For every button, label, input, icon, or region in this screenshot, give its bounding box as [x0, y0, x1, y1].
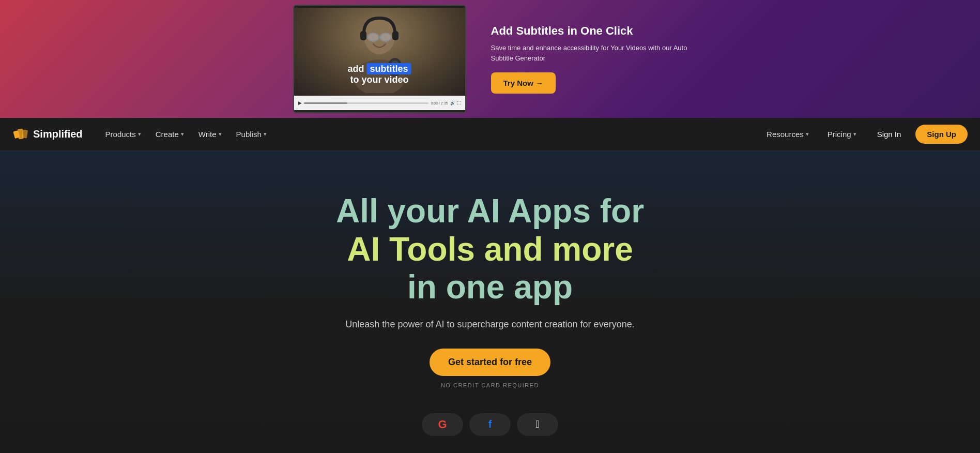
nav-pricing[interactable]: Pricing ▾ — [821, 126, 863, 143]
simplified-logo-svg — [13, 127, 28, 142]
video-preview: add subtitles to your video — [294, 8, 465, 96]
logo-icon — [12, 126, 29, 143]
hero-subtitle: Unleash the power of AI to supercharge c… — [345, 319, 634, 330]
hero-title-line3: in one app — [336, 268, 644, 307]
play-icon: ▶ — [298, 100, 302, 105]
resources-label: Resources — [767, 130, 804, 139]
nav-publish[interactable]: Publish ▾ — [230, 126, 273, 143]
try-now-button[interactable]: Try Now → — [491, 72, 556, 94]
no-credit-label: NO CREDIT CARD REQUIRED — [441, 382, 539, 388]
create-label: Create — [156, 130, 179, 139]
volume-icon: 🔊 — [450, 101, 455, 105]
banner-content: Add Subtitles in One Click Save time and… — [491, 24, 687, 94]
sign-up-button[interactable]: Sign Up — [915, 125, 968, 144]
get-started-button[interactable]: Get started for free — [430, 349, 550, 376]
fullscreen-icon: ⛶ — [457, 101, 461, 105]
video-controls-bar: ▶ 0:00 / 2:35 🔊 ⛶ — [294, 96, 465, 110]
apple-logo-pill:  — [517, 413, 558, 436]
google-icon: G — [438, 418, 447, 431]
nav-resources[interactable]: Resources ▾ — [760, 126, 815, 143]
logo-link[interactable]: Simplified — [12, 126, 83, 143]
nav-create[interactable]: Create ▾ — [149, 126, 190, 143]
facebook-icon: f — [488, 418, 492, 430]
products-chevron-icon: ▾ — [138, 131, 141, 138]
video-thumbnail: add subtitles to your video ▶ 0:00 / 2:3… — [293, 5, 466, 113]
write-label: Write — [198, 130, 217, 139]
svg-rect-2 — [392, 31, 399, 40]
progress-fill — [304, 102, 348, 104]
google-logo-pill: G — [422, 413, 463, 436]
resources-chevron-icon: ▾ — [806, 131, 809, 138]
nav-products[interactable]: Products ▾ — [99, 126, 147, 143]
sign-in-button[interactable]: Sign In — [869, 126, 910, 143]
hero-social-logos: G f  — [422, 413, 558, 436]
progress-bar — [304, 102, 429, 104]
hero-title-line1: All your AI Apps for — [336, 192, 644, 231]
pricing-label: Pricing — [828, 130, 851, 139]
main-navbar: Simplified Products ▾ Create ▾ Write ▾ P… — [0, 118, 980, 151]
svg-point-4 — [380, 33, 391, 41]
hero-section: All your AI Apps for AI Tools and more i… — [0, 151, 980, 453]
products-label: Products — [105, 130, 136, 139]
facebook-logo-pill: f — [469, 413, 511, 436]
logo-text: Simplified — [33, 128, 83, 140]
video-text-line1: add subtitles — [347, 64, 411, 74]
write-chevron-icon: ▾ — [219, 131, 222, 138]
nav-right: Resources ▾ Pricing ▾ Sign In Sign Up — [760, 125, 968, 144]
hero-title: All your AI Apps for AI Tools and more i… — [336, 192, 644, 307]
publish-chevron-icon: ▾ — [264, 131, 267, 138]
nav-write[interactable]: Write ▾ — [192, 126, 228, 143]
video-control-icons: 🔊 ⛶ — [450, 101, 461, 105]
video-text-line2: to your video — [347, 74, 411, 85]
video-text-overlay: add subtitles to your video — [347, 64, 411, 85]
svg-rect-1 — [360, 31, 366, 40]
apple-icon:  — [535, 418, 539, 430]
svg-point-3 — [368, 33, 379, 41]
hero-title-line2: AI Tools and more — [336, 231, 644, 269]
promotional-banner: add subtitles to your video ▶ 0:00 / 2:3… — [0, 0, 980, 118]
banner-title: Add Subtitles in One Click — [491, 24, 687, 38]
video-subtitle-highlight: subtitles — [367, 63, 411, 74]
create-chevron-icon: ▾ — [181, 131, 184, 138]
publish-label: Publish — [236, 130, 262, 139]
nav-links: Products ▾ Create ▾ Write ▾ Publish ▾ — [99, 126, 760, 143]
banner-description: Save time and enhance accessibility for … — [491, 43, 687, 63]
time-display: 0:00 / 2:35 — [431, 101, 448, 105]
pricing-chevron-icon: ▾ — [853, 131, 856, 138]
